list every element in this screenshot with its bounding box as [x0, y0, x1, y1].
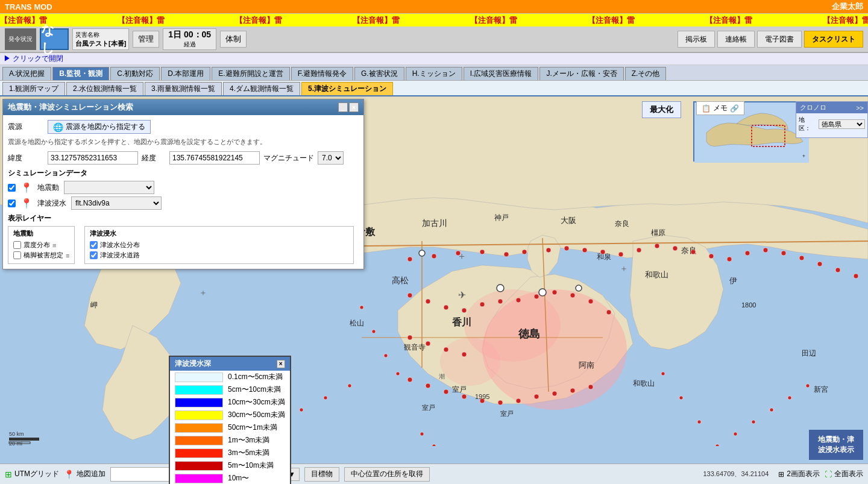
main-tab-h[interactable]: H.ミッション — [406, 67, 462, 80]
panel-controls: _ × — [338, 102, 359, 112]
seismic-select[interactable] — [64, 181, 154, 194]
main-tab-f[interactable]: F.避難情報発令 — [291, 67, 353, 80]
sub-tab-2[interactable]: 2.水位観測情報一覧 — [66, 82, 143, 95]
collapse-row[interactable]: ▶ クリックで開閉 — [0, 53, 868, 65]
svg-text:香川: 香川 — [452, 316, 471, 327]
source-map-button[interactable]: 🌐 震源を地図から指定する — [48, 120, 151, 134]
legend-color-swatch — [175, 474, 223, 483]
sub-tab-3[interactable]: 3.雨量観測情報一覧 — [145, 82, 222, 95]
search-panel-title: 地震動・津波シミュレーション検索 — [8, 102, 133, 113]
fullscreen-button[interactable]: ⛶ 全面表示 — [825, 469, 863, 479]
main-tab-a[interactable]: A.状況把握 — [2, 67, 51, 80]
svg-point-58 — [546, 248, 551, 253]
main-tab-i[interactable]: I.広域災害医療情報 — [464, 67, 539, 80]
svg-point-112 — [661, 372, 665, 376]
legend-color-swatch — [175, 385, 223, 395]
utm-grid-button[interactable]: ⊞ UTMグリッド — [5, 469, 59, 479]
area-select[interactable]: 徳島県 — [819, 119, 865, 129]
legend-close-button[interactable]: × — [277, 360, 285, 368]
svg-point-69 — [745, 251, 750, 256]
maximize-button[interactable]: 最大化 — [642, 101, 681, 118]
legend-color-swatch — [175, 398, 223, 407]
svg-point-49 — [539, 289, 546, 296]
alert-ticker: 【注音報】雷 【注音報】雷 【注音報】雷 【注音報】雷 【注音報】雷 【注音報】… — [0, 13, 868, 27]
main-tab-b[interactable]: B.監視・観測 — [52, 67, 109, 80]
svg-point-101 — [570, 388, 575, 393]
time-display: 1日 00：05 — [168, 30, 211, 40]
get-center-button[interactable]: 中心位置の住所を取得 — [344, 467, 430, 482]
legend-item-label: 0.1cm〜5cm未満 — [228, 372, 283, 382]
chronolog-expand-icon: >> — [856, 104, 864, 112]
seismic-layer2-checkbox[interactable] — [13, 251, 21, 259]
main-tab-d[interactable]: D.本部運用 — [161, 67, 210, 80]
tsunami-layer-group: 津波浸水 津波水位分布 津波浸水道路 — [84, 226, 354, 264]
status-box: 発令状況 — [5, 28, 36, 50]
main-tab-j[interactable]: J.メール・広報・安否 — [539, 67, 623, 80]
main-tab-g[interactable]: G.被害状況 — [354, 67, 404, 80]
close-button[interactable]: × — [349, 102, 359, 112]
landmark-button[interactable]: 目標物 — [304, 467, 339, 482]
ebook-button[interactable]: 電子図書 — [757, 31, 802, 48]
contact-button[interactable]: 連絡帳 — [717, 31, 755, 48]
sim-data-title: シミュレーションデータ — [8, 168, 359, 178]
tsunami-checkbox[interactable] — [8, 200, 16, 207]
sub-tab-5[interactable]: 5.津波シミュレーション — [301, 82, 393, 95]
main-tab-z[interactable]: Z.その他 — [625, 67, 667, 80]
manage-button[interactable]: 管理 — [133, 31, 159, 48]
svg-text:岬: 岬 — [90, 301, 98, 309]
seismic-layer1-checkbox[interactable] — [13, 241, 21, 249]
tsunami-select[interactable]: flt.N3div9a — [71, 196, 162, 210]
memo-button[interactable]: 📋 メモ 🔗 — [696, 101, 744, 115]
dual-screen-button[interactable]: ⊞ 2画面表示 — [778, 469, 820, 479]
legend-item: 3m〜5m未満 — [170, 447, 290, 459]
legend-item-label: 10m〜 — [228, 473, 249, 483]
seismic-label: 地震動 — [37, 183, 59, 193]
tsunami-layer2-checkbox[interactable] — [90, 251, 98, 259]
svg-point-71 — [781, 251, 786, 256]
legend-item-label: 5cm〜10cm未満 — [228, 385, 281, 395]
sub-tab-1[interactable]: 1.観測所マップ — [2, 82, 65, 95]
legend-color-swatch — [175, 436, 223, 445]
tsunami-layer1-checkbox[interactable] — [90, 241, 98, 249]
earthquake-display-button[interactable]: 地震動・津波浸水表示 — [809, 430, 863, 460]
svg-text:新宮: 新宮 — [814, 385, 828, 394]
lat-input[interactable] — [48, 151, 138, 165]
svg-point-65 — [673, 246, 678, 251]
magn-label: マグニチュード — [263, 153, 314, 163]
task-button[interactable]: タスクリスト — [804, 31, 863, 48]
title-bar: TRANS MOD 企業太郎 — [0, 0, 868, 13]
svg-text:潮: 潮 — [439, 373, 445, 380]
utm-label: UTMグリッド — [14, 469, 59, 479]
bulletin-button[interactable]: 掲示板 — [678, 31, 715, 48]
svg-text:松山: 松山 — [350, 319, 364, 327]
nashi-value: なし — [40, 28, 69, 50]
svg-point-120 — [806, 384, 810, 388]
chronolog-panel: クロノロ >> 地区： 徳島県 — [796, 101, 868, 138]
svg-point-100 — [552, 391, 557, 396]
collapse-text: ▶ クリックで開閉 — [4, 54, 63, 64]
svg-point-102 — [588, 385, 593, 389]
svg-point-67 — [709, 254, 714, 259]
seismic-checkbox[interactable] — [8, 184, 16, 192]
main-tab-e[interactable]: E.避難所開設と運営 — [212, 67, 289, 80]
map-add-button[interactable]: 📍 地図追加 — [64, 469, 105, 479]
svg-text:50 km: 50 km — [9, 431, 24, 437]
time-box: 1日 00：05 経過 — [163, 28, 216, 50]
svg-point-114 — [697, 420, 701, 424]
svg-point-68 — [727, 257, 732, 262]
svg-point-87 — [606, 310, 611, 315]
sub-tab-4[interactable]: 4.ダム観測情報一覧 — [223, 82, 300, 95]
lon-input[interactable] — [169, 151, 260, 165]
magn-select[interactable]: 7.0 6.0 8.0 — [318, 151, 344, 165]
svg-point-118 — [770, 408, 773, 412]
svg-point-109 — [300, 408, 303, 412]
disaster-box: 災害名称 台風テスト[本番] — [72, 28, 129, 50]
search-panel-header: 地震動・津波シミュレーション検索 _ × — [3, 99, 363, 115]
minimize-button[interactable]: _ — [338, 102, 348, 112]
main-tab-c[interactable]: C.初動対応 — [110, 67, 160, 80]
svg-point-80 — [480, 302, 485, 307]
svg-point-61 — [600, 250, 605, 254]
svg-text:1995: 1995 — [475, 393, 489, 400]
taisei-button[interactable]: 体制 — [220, 31, 247, 48]
legend-item: 10m〜 — [170, 472, 290, 484]
